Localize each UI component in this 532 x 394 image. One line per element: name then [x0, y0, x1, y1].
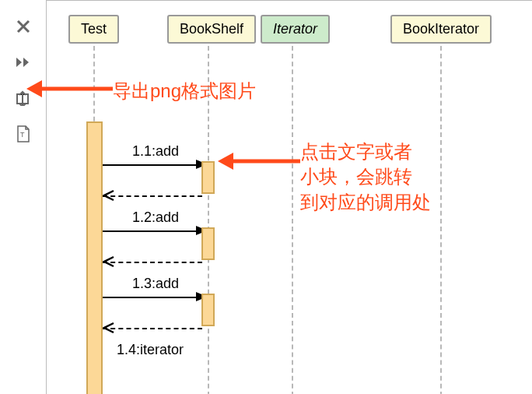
return-arrow-1-2[interactable]: [103, 262, 202, 263]
arrowhead-left-icon: [103, 255, 115, 268]
message-label-1-2[interactable]: 1.2:add: [132, 209, 179, 226]
lifeline-iterator: [292, 46, 293, 394]
participant-iterator[interactable]: Iterator: [261, 15, 330, 44]
toolbar: T: [0, 0, 47, 394]
annotation-jump: 点击文字或者 小块，会跳转 到对应的调用处: [300, 139, 431, 215]
message-label-1-1[interactable]: 1.1:add: [132, 143, 179, 160]
activation-test[interactable]: [86, 121, 103, 394]
arrowhead-left-icon: [103, 189, 115, 202]
svg-text:T: T: [20, 131, 25, 139]
annotation-arrow-icon: [216, 150, 302, 174]
activation-bookshelf-1[interactable]: [201, 161, 215, 194]
close-icon[interactable]: [12, 16, 34, 37]
message-label-1-4[interactable]: 1.4:iterator: [117, 342, 184, 358]
textfile-icon[interactable]: T: [12, 123, 34, 145]
return-arrow-1-1[interactable]: [103, 195, 202, 197]
message-label-1-3[interactable]: 1.3:add: [132, 276, 179, 292]
participant-test[interactable]: Test: [68, 15, 119, 44]
diagram-canvas: Test BookShelf Iterator BookIterator 1.1…: [47, 0, 532, 394]
activation-bookshelf-3[interactable]: [201, 294, 215, 326]
lifeline-bookiterator: [440, 46, 442, 394]
return-arrow-1-3[interactable]: [103, 328, 202, 329]
run-icon[interactable]: [12, 51, 34, 73]
message-arrow-1-3[interactable]: [103, 297, 198, 298]
arrowhead-left-icon: [103, 322, 115, 334]
activation-bookshelf-2[interactable]: [201, 227, 215, 260]
participant-bookshelf[interactable]: BookShelf: [167, 15, 256, 44]
annotation-export: 导出png格式图片: [113, 79, 256, 104]
participant-bookiterator[interactable]: BookIterator: [390, 15, 492, 44]
message-arrow-1-1[interactable]: [103, 164, 198, 166]
message-arrow-1-2[interactable]: [103, 230, 198, 232]
annotation-arrow-icon: [25, 77, 114, 100]
